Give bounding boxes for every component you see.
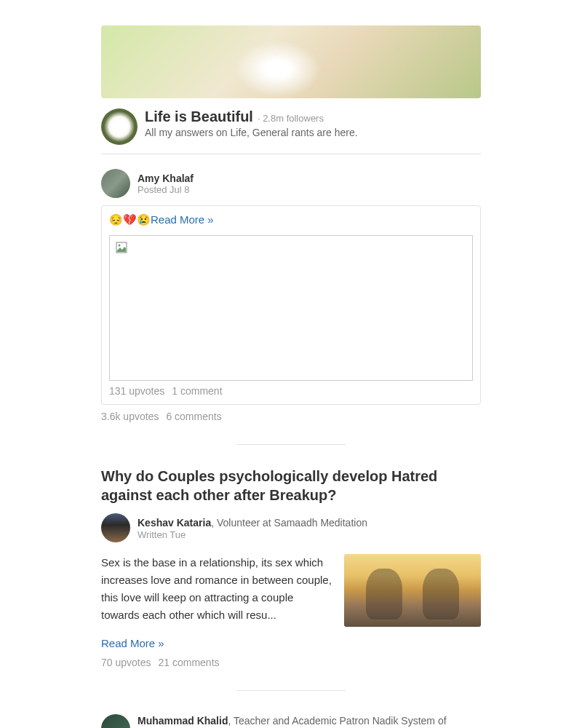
post-timestamp[interactable]: Posted Jul 8 — [137, 184, 194, 195]
space-avatar[interactable] — [101, 108, 137, 145]
author-info: Keshav Kataria, Volunteer at Samaadh Med… — [137, 516, 367, 540]
post-excerpt: Sex is the base in a relationship, its s… — [101, 554, 334, 627]
embedded-post: 😔💔😢Read More » 131 upvotes 1 comment — [101, 205, 481, 405]
author-row: Keshav Kataria, Volunteer at Samaadh Med… — [101, 513, 481, 542]
post-title[interactable]: Why do Couples psychologically develop H… — [101, 467, 481, 505]
author-avatar[interactable] — [101, 513, 130, 542]
author-info: Amy Khalaf Posted Jul 8 — [137, 173, 194, 195]
emoji-text: 😔💔😢 — [109, 213, 151, 226]
space-info: Life is Beautiful · 2.8m followers All m… — [145, 108, 358, 138]
post-stats: 3.6k upvotes 6 comments — [101, 411, 481, 422]
post-body: Sex is the base in a relationship, its s… — [101, 554, 481, 627]
broken-image-icon — [116, 242, 127, 253]
author-name[interactable]: Muhammad Khalid — [137, 715, 228, 727]
embed-comments[interactable]: 1 comment — [172, 385, 222, 397]
author-name[interactable]: Keshav Kataria — [137, 517, 211, 529]
author-name-row: Muhammad Khalid, Teacher and Academic Pa… — [137, 713, 481, 728]
read-more-link[interactable]: Read More » — [101, 637, 481, 649]
post-comments[interactable]: 6 comments — [166, 411, 221, 422]
author-row: Muhammad Khalid, Teacher and Academic Pa… — [101, 713, 481, 728]
svg-point-1 — [119, 245, 121, 247]
post-comments[interactable]: 21 comments — [159, 657, 220, 668]
post-upvotes[interactable]: 70 upvotes — [101, 657, 151, 668]
space-title[interactable]: Life is Beautiful — [145, 108, 253, 125]
author-info: Muhammad Khalid, Teacher and Academic Pa… — [137, 713, 481, 728]
post-item: Muhammad Khalid, Teacher and Academic Pa… — [101, 713, 481, 728]
post-timestamp[interactable]: Written Tue — [137, 529, 367, 540]
author-name-row: Keshav Kataria, Volunteer at Samaadh Med… — [137, 516, 367, 529]
embedded-image-placeholder[interactable] — [109, 235, 473, 381]
post-divider — [236, 444, 346, 445]
read-more-link[interactable]: Read More » — [151, 213, 214, 226]
post-divider — [236, 690, 346, 691]
embed-text-row: 😔💔😢Read More » — [109, 213, 473, 226]
space-header: Life is Beautiful · 2.8m followers All m… — [101, 98, 481, 154]
author-credential: , Volunteer at Samaadh Meditation — [211, 517, 367, 529]
space-title-row: Life is Beautiful · 2.8m followers — [145, 108, 358, 125]
space-banner-image[interactable] — [101, 25, 481, 98]
feed-container: Life is Beautiful · 2.8m followers All m… — [101, 0, 481, 728]
author-row: Amy Khalaf Posted Jul 8 — [101, 169, 481, 198]
post-thumbnail[interactable] — [344, 554, 481, 627]
author-name[interactable]: Amy Khalaf — [137, 173, 194, 184]
author-avatar[interactable] — [101, 714, 130, 728]
post-item: Why do Couples psychologically develop H… — [101, 467, 481, 668]
space-description: All my answers on Life, General rants ar… — [145, 127, 358, 138]
post-stats: 70 upvotes 21 comments — [101, 657, 481, 668]
post-item: Amy Khalaf Posted Jul 8 😔💔😢Read More » 1… — [101, 154, 481, 422]
author-avatar[interactable] — [101, 169, 130, 198]
space-followers: · 2.8m followers — [258, 113, 324, 124]
embed-stats: 131 upvotes 1 comment — [109, 381, 473, 397]
post-upvotes[interactable]: 3.6k upvotes — [101, 411, 159, 422]
embed-upvotes[interactable]: 131 upvotes — [109, 385, 164, 397]
